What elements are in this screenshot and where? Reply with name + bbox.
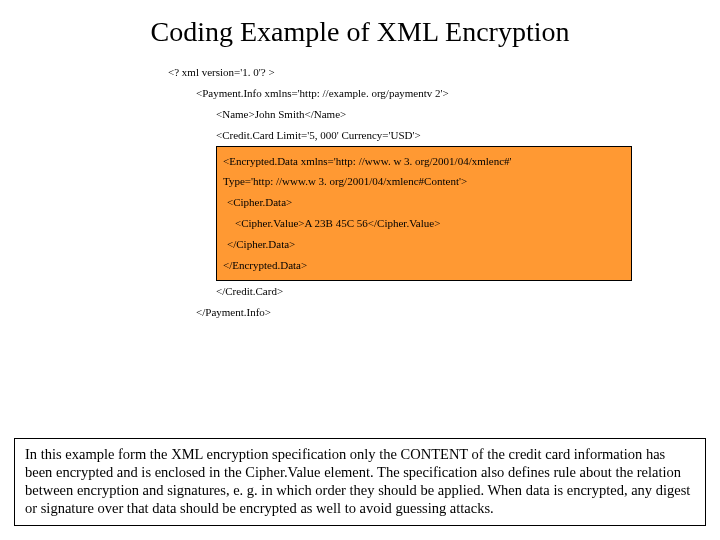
- explanation-note: In this example form the XML encryption …: [14, 438, 706, 527]
- slide-title: Coding Example of XML Encryption: [18, 16, 702, 48]
- code-line: <Cipher.Data>: [223, 192, 625, 213]
- code-line: Type='http: //www.w 3. org/2001/04/xmlen…: [223, 171, 625, 192]
- code-line: </Cipher.Data>: [223, 234, 625, 255]
- xml-code-block: <? xml version='1. 0'? > <Payment.Info x…: [168, 62, 642, 323]
- code-line: </Payment.Info>: [168, 302, 642, 323]
- code-line: <Encrypted.Data xmlns='http: //www. w 3.…: [223, 151, 625, 172]
- code-line: <Name>John Smith</Name>: [168, 104, 642, 125]
- slide: Coding Example of XML Encryption <? xml …: [0, 0, 720, 540]
- code-line: </Credit.Card>: [168, 281, 642, 302]
- code-line: <? xml version='1. 0'? >: [168, 62, 642, 83]
- code-line: <Credit.Card Limit='5, 000' Currency='US…: [168, 125, 642, 146]
- code-line: <Cipher.Value>A 23B 45C 56</Cipher.Value…: [223, 213, 625, 234]
- encrypted-data-box: <Encrypted.Data xmlns='http: //www. w 3.…: [216, 146, 632, 281]
- code-line: <Payment.Info xmlns='http: //example. or…: [168, 83, 642, 104]
- code-line: </Encrypted.Data>: [223, 255, 625, 276]
